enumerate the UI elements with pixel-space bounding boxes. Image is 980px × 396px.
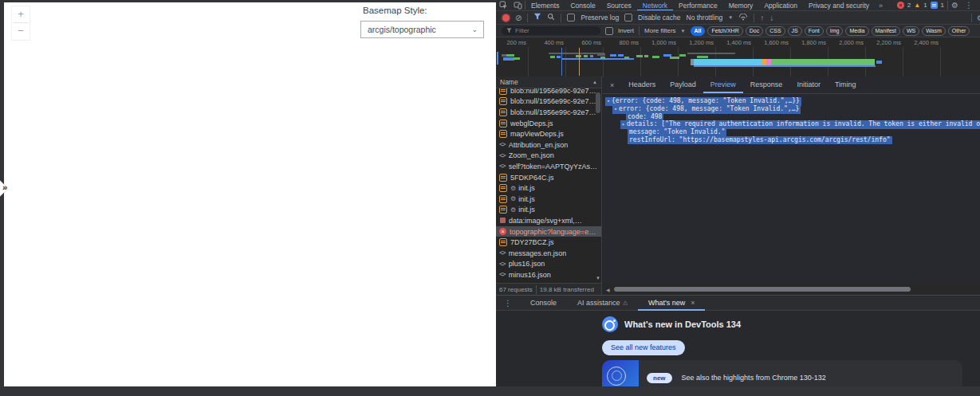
filter-placeholder: Filter [515,27,529,34]
request-row[interactable]: <>plus16.json [496,259,601,270]
network-conditions-icon[interactable] [738,14,748,22]
filter-chip-doc[interactable]: Doc [746,26,763,36]
drawer-tab-whats-new[interactable]: What's new × [638,295,706,311]
network-settings-icon[interactable]: ⚙ [977,14,980,22]
detail-tab-response[interactable]: Response [743,76,790,93]
drawer-tab-ai-assistance[interactable]: AI assistance △ [567,295,638,311]
request-row[interactable]: ×topographic?language=en… [496,226,601,237]
import-har-icon[interactable]: ↑ [760,14,764,22]
clear-icon[interactable]: ⊘ [515,14,521,22]
name-column-header[interactable]: Name ▲ [496,76,601,88]
request-row[interactable]: data:image/svg+xml,… [496,215,601,226]
record-button[interactable] [502,14,510,22]
request-row[interactable]: blob:null/1956e99c-92e7-4f… [496,107,601,118]
export-har-icon[interactable]: ↓ [769,14,773,22]
fetch-json-icon: <> [499,141,506,148]
preview-line[interactable]: restInfoUrl: "https://basemapstyles-api.… [603,136,980,144]
tree-arrow-icon[interactable]: ▾ [607,98,610,104]
tab-application[interactable]: Application [758,0,803,11]
detail-tab-preview[interactable]: Preview [703,76,743,93]
more-tabs-icon[interactable]: » [875,2,887,10]
tab-memory[interactable]: Memory [723,0,759,11]
warning-badge-icon[interactable]: ▲ [914,2,920,9]
filter-chip-ws[interactable]: WS [903,26,919,36]
detail-tab-headers[interactable]: Headers [621,76,663,93]
request-row[interactable]: ⚙init.js [496,182,601,194]
request-row[interactable]: <>messages.en.json [496,248,601,259]
basemap-style-select[interactable]: arcgis/topographic ⌄ [360,21,484,38]
preserve-log-checkbox[interactable] [567,14,575,22]
filter-chip-wasm[interactable]: Wasm [922,26,946,36]
error-badge-icon[interactable]: × [897,2,904,9]
throttling-select[interactable]: No throttling [687,14,723,22]
request-row[interactable]: <>Attribution_en.json [496,139,601,151]
filter-chip-img[interactable]: Img [826,26,844,36]
filter-chip-all[interactable]: All [691,26,706,36]
scrollbar-thumb[interactable] [596,92,600,113]
filter-chip-media[interactable]: Media [845,26,868,36]
tree-arrow-icon[interactable]: ▾ [614,106,617,112]
waterfall-overview[interactable] [496,47,980,77]
detail-tab-initiator[interactable]: Initiator [789,76,828,93]
filter-chip-font[interactable]: Font [805,26,824,36]
settings-gear-icon[interactable]: ⚙ [951,1,958,10]
tab-performance[interactable]: Performance [673,0,723,11]
request-row[interactable]: <>minus16.json [496,269,601,280]
request-row[interactable]: blob:null/1956e99c-92e7-4f… [496,96,601,108]
preview-line[interactable]: ▾error: {code: 498, message: "Token Inva… [603,105,980,113]
request-row[interactable]: blob:null/1956e99c-92e7-4f… [496,88,601,96]
filter-chip-fetch-xhr[interactable]: Fetch/XHR [707,26,742,36]
fetch-json-icon: <> [499,249,506,257]
tab-console[interactable]: Console [565,0,600,11]
request-name: Attribution_en.json [509,141,569,149]
tab-sources[interactable]: Sources [601,0,637,11]
request-row[interactable]: ⚙init.js [496,205,601,216]
see-all-features-button[interactable]: See all new features [602,340,685,355]
detail-hscrollbar[interactable]: ◀ [603,284,980,294]
request-row[interactable]: ⚙init.js [496,194,601,205]
waterfall-bar [670,57,679,59]
divider [639,26,640,35]
request-row[interactable]: <>Zoom_en.json [496,151,601,162]
request-name: init.js [518,206,535,214]
scroll-left-icon[interactable]: ◀ [603,287,613,292]
scroll-down-icon[interactable]: ▼ [596,276,600,280]
request-row[interactable]: 5FDKP64C.js [496,172,601,183]
inspect-element-icon[interactable] [496,1,510,10]
request-row[interactable]: 7DY27BCZ.js [496,237,601,248]
filter-icon[interactable] [533,13,541,22]
filter-chip-js[interactable]: JS [788,26,802,36]
device-toolbar-icon[interactable] [510,1,525,10]
more-options-icon[interactable]: ⋮ [962,1,976,10]
request-row[interactable]: webglDeps.js [496,118,601,129]
preview-line[interactable]: code: 498 [603,113,980,121]
drawer-menu-icon[interactable]: ⋮ [496,299,520,308]
tab-elements[interactable]: Elements [525,0,565,11]
preview-line[interactable]: ▸details: ["The required authentication … [603,120,980,128]
filter-chip-manifest[interactable]: Manifest [872,26,900,36]
hscrollbar-thumb[interactable] [614,287,911,292]
detail-tab-payload[interactable]: Payload [663,76,703,93]
filter-chip-css[interactable]: CSS [766,26,785,36]
preview-line[interactable]: ▾{error: {code: 498, message: "Token Inv… [603,97,980,105]
request-row[interactable]: mapViewDeps.js [496,128,601,139]
tab-network[interactable]: Network [637,0,673,11]
tab-privacy-and-security[interactable]: Privacy and security [803,0,875,11]
invert-checkbox[interactable] [605,27,613,35]
filter-chip-other[interactable]: Other [948,26,970,36]
detail-tab-timing[interactable]: Timing [828,76,864,93]
more-filters-button[interactable]: More filters [644,27,676,34]
issues-badge-icon[interactable] [931,2,938,9]
preview-line[interactable]: message: "Token Invalid." [603,128,980,136]
waterfall-bar [610,54,616,57]
filter-input[interactable]: Filter [502,26,600,35]
request-row[interactable]: <>self?token=AAPTQyYzAspa… [496,161,601,172]
zoom-in-button[interactable]: + [12,6,30,22]
search-icon[interactable] [547,13,555,22]
close-icon[interactable]: × [603,81,621,89]
disable-cache-checkbox[interactable] [624,14,632,22]
zoom-out-button[interactable]: − [12,23,30,39]
close-icon[interactable]: × [691,295,695,311]
drawer-tab-console[interactable]: Console [520,295,567,311]
tree-arrow-icon[interactable]: ▸ [622,121,625,127]
